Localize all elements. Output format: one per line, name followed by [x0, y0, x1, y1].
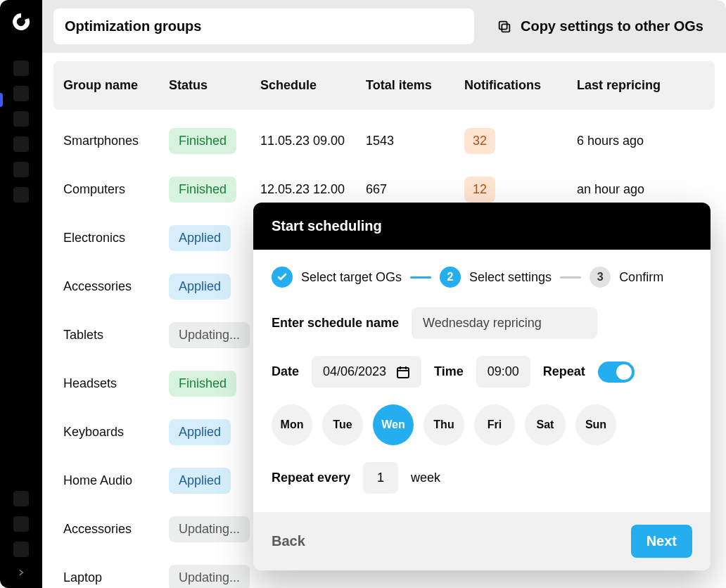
stepper: Select target OGs 2 Select settings 3 Co…: [272, 267, 692, 288]
notification-badge: 32: [464, 128, 495, 154]
status-badge: Applied: [169, 274, 231, 300]
copy-settings-label: Copy settings to other OGs: [521, 18, 703, 34]
cell-name: Accessories: [63, 279, 169, 294]
sidebar-item-4[interactable]: [13, 136, 29, 152]
topbar: Copy settings to other OGs: [42, 0, 726, 53]
cell-name: Home Audio: [63, 473, 169, 488]
time-label: Time: [434, 364, 464, 379]
sidebar-item-b2[interactable]: [13, 516, 29, 532]
day-mon[interactable]: Mon: [272, 404, 312, 445]
date-input[interactable]: 04/06/2023: [312, 356, 421, 388]
notification-badge: 12: [464, 177, 495, 203]
day-tue[interactable]: Tue: [322, 404, 363, 445]
sidebar-item-b3[interactable]: [13, 542, 29, 557]
day-wen[interactable]: Wen: [373, 404, 414, 445]
cell-name: Electronics: [63, 231, 169, 245]
app-logo-icon: [11, 11, 32, 32]
status-badge: Finished: [169, 177, 236, 203]
col-last-repricing: Last repricing: [577, 78, 689, 93]
modal-title: Start scheduling: [253, 203, 711, 250]
sidebar-active-indicator: [0, 93, 3, 107]
schedule-name-input[interactable]: [412, 307, 597, 339]
cell-status: Finished: [169, 371, 260, 397]
cell-items: 667: [366, 182, 464, 197]
status-badge: Applied: [169, 225, 231, 251]
step-connector-2: [560, 276, 581, 279]
repeat-unit: week: [411, 471, 440, 485]
status-badge: Applied: [169, 468, 231, 494]
copy-settings-button[interactable]: Copy settings to other OGs: [485, 11, 715, 41]
scheduling-modal: Start scheduling Select target OGs 2 Sel…: [253, 203, 711, 570]
day-picker: MonTueWenThuFriSatSun: [272, 404, 692, 445]
col-status: Status: [169, 78, 260, 93]
cell-schedule: 11.05.23 09.00: [260, 134, 366, 148]
day-thu[interactable]: Thu: [424, 404, 464, 445]
toggle-knob: [616, 364, 632, 380]
next-button[interactable]: Next: [631, 525, 692, 558]
cell-name: Keyboards: [63, 425, 169, 440]
cell-status: Applied: [169, 225, 260, 251]
day-fri[interactable]: Fri: [474, 404, 515, 445]
status-badge: Applied: [169, 419, 231, 445]
step-1-label: Select target OGs: [301, 270, 402, 285]
col-total-items: Total items: [366, 78, 464, 93]
status-badge: Updating...: [169, 322, 250, 348]
step-2-number: 2: [440, 267, 461, 288]
sidebar-item-3[interactable]: [13, 111, 29, 127]
cell-name: Headsets: [63, 376, 169, 391]
table-row[interactable]: SmartphonesFinished11.05.23 09.001543326…: [53, 117, 715, 165]
sidebar-item-6[interactable]: [13, 187, 29, 203]
cell-status: Updating...: [169, 322, 260, 348]
cell-last: 6 hours ago: [577, 134, 689, 148]
cell-notif: 32: [464, 128, 577, 154]
status-badge: Finished: [169, 371, 236, 397]
repeat-every-label: Repeat every: [272, 471, 350, 485]
schedule-name-label: Enter schedule name: [272, 316, 399, 331]
svg-rect-2: [397, 368, 409, 378]
svg-rect-1: [499, 21, 507, 29]
sidebar-item-5[interactable]: [13, 162, 29, 177]
day-sat[interactable]: Sat: [525, 404, 566, 445]
cell-name: Laptop: [63, 570, 169, 585]
cell-status: Applied: [169, 419, 260, 445]
time-value: 09:00: [488, 364, 519, 379]
back-button[interactable]: Back: [272, 533, 305, 549]
cell-name: Computers: [63, 182, 169, 197]
sidebar-item-b1[interactable]: [13, 491, 29, 506]
step-2-label: Select settings: [469, 270, 552, 285]
sidebar-item-2[interactable]: [13, 86, 29, 101]
svg-rect-0: [502, 24, 509, 32]
date-label: Date: [272, 364, 299, 379]
table-header: Group name Status Schedule Total items N…: [53, 61, 715, 110]
col-schedule: Schedule: [260, 78, 366, 93]
cell-last: an hour ago: [577, 182, 689, 197]
cell-notif: 12: [464, 177, 577, 203]
sidebar-item-1[interactable]: [13, 60, 29, 76]
repeat-label: Repeat: [543, 364, 585, 379]
repeat-every-input[interactable]: [363, 462, 398, 494]
sidebar-expand-icon[interactable]: [14, 565, 28, 580]
step-3-number: 3: [590, 267, 611, 288]
step-connector-1: [410, 276, 431, 279]
time-input[interactable]: 09:00: [476, 356, 530, 388]
cell-name: Tablets: [63, 328, 169, 343]
copy-icon: [497, 19, 512, 34]
status-badge: Updating...: [169, 565, 250, 588]
calendar-icon: [396, 365, 410, 379]
status-badge: Updating...: [169, 516, 250, 542]
day-sun[interactable]: Sun: [575, 404, 616, 445]
repeat-toggle[interactable]: [598, 362, 635, 383]
cell-status: Finished: [169, 128, 260, 154]
cell-status: Applied: [169, 468, 260, 494]
search-input[interactable]: [53, 8, 474, 44]
sidebar: [0, 0, 42, 588]
cell-status: Finished: [169, 177, 260, 203]
cell-status: Updating...: [169, 516, 260, 542]
cell-status: Updating...: [169, 565, 260, 588]
step-3-label: Confirm: [619, 270, 663, 285]
step-1-done-icon: [272, 267, 293, 288]
cell-name: Smartphones: [63, 134, 169, 148]
cell-items: 1543: [366, 134, 464, 148]
date-value: 04/06/2023: [323, 364, 386, 379]
cell-name: Accessories: [63, 522, 169, 537]
